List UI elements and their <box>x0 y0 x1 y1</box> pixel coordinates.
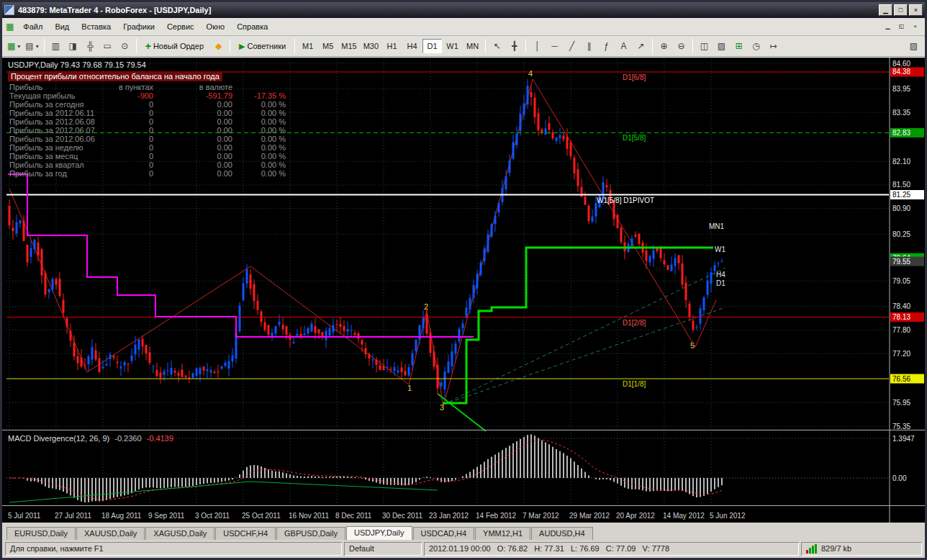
market-watch-button[interactable]: ▥ <box>48 38 64 54</box>
profit-row: Прибыль за сегодня00.000.00 % <box>8 100 287 109</box>
vertical-line-button[interactable]: │ <box>529 38 546 54</box>
channel-button[interactable]: ∥ <box>581 38 597 54</box>
timeframe-mn-button[interactable]: MN <box>463 39 482 53</box>
macd-value-signal: -0.4139 <box>147 434 173 443</box>
toolbar-separator <box>652 39 653 53</box>
timeframe-m5-button[interactable]: M5 <box>318 39 338 53</box>
trendline-button[interactable]: ╱ <box>564 38 580 54</box>
svg-text:1.3947: 1.3947 <box>892 435 915 443</box>
vertical-line-icon: │ <box>535 41 541 51</box>
menu-file[interactable]: Файл <box>17 20 48 33</box>
menu-window[interactable]: Окно <box>201 20 231 33</box>
zoom-out-button[interactable]: ⊖ <box>673 38 689 54</box>
menu-view[interactable]: Вид <box>49 20 75 33</box>
tab-audusd-h4[interactable]: AUDUSD,H4 <box>531 527 593 540</box>
timeframe-d1-button[interactable]: D1 <box>422 39 442 53</box>
toolbar-separator <box>692 39 693 53</box>
profiles-button[interactable]: ▤▾ <box>23 38 40 54</box>
menu-tools[interactable]: Сервис <box>161 20 200 33</box>
status-help: Для справки, нажмите F1 <box>5 542 342 556</box>
timeframe-h1-button[interactable]: H1 <box>382 39 402 53</box>
close-button[interactable]: × <box>909 4 923 16</box>
chart-window-icon[interactable]: ▦ <box>6 22 14 32</box>
indicators-button[interactable]: ⊞ <box>731 38 747 54</box>
new-order-button[interactable]: +Новый Ордер <box>140 38 209 54</box>
menu-help[interactable]: Справка <box>231 20 273 33</box>
timeframe-m1-button[interactable]: M1 <box>298 39 317 53</box>
cursor-button[interactable]: ↖ <box>489 38 505 54</box>
title-bar[interactable]: 483879: MetaTrader 4 - RoboForex - [USDJ… <box>2 2 925 18</box>
child-restore-button[interactable]: ◱ <box>895 22 908 32</box>
chart-shift-button[interactable]: ↦ <box>765 38 782 54</box>
timeframe-m15-button[interactable]: M15 <box>338 39 359 53</box>
traffic-counter: 829/7 kb <box>821 543 851 555</box>
tile-windows-button[interactable]: ◫ <box>696 38 713 54</box>
zoom-in-button[interactable]: ⊕ <box>656 38 672 54</box>
metaeditor-button[interactable]: ◆ <box>210 38 227 54</box>
crosshair-icon: ╋ <box>512 41 517 51</box>
svg-text:25 Oct 2011: 25 Oct 2011 <box>242 512 281 520</box>
child-minimize-button[interactable]: ▁ <box>882 22 894 32</box>
tab-ymm12-h1[interactable]: YMM12,H1 <box>475 527 530 540</box>
cascade-windows-button[interactable]: ▧ <box>713 38 730 54</box>
svg-text:81.25: 81.25 <box>892 191 910 199</box>
svg-text:84.38: 84.38 <box>892 68 910 76</box>
expert-advisors-button[interactable]: ▶Советники <box>233 38 291 54</box>
status-profile[interactable]: Default <box>344 542 422 556</box>
navigator-button[interactable]: ╬ <box>82 38 99 54</box>
app-icon <box>4 5 14 15</box>
menu-insert[interactable]: Вставка <box>76 20 117 33</box>
profit-table: Прибыльв пунктахв валюте Текущая прибыль… <box>8 83 287 178</box>
svg-text:D1[1/8]: D1[1/8] <box>623 380 646 388</box>
maximize-button[interactable]: □ <box>894 4 908 16</box>
data-window-button[interactable]: ◨ <box>65 38 81 54</box>
crosshair-button[interactable]: ╋ <box>506 38 523 54</box>
fibonacci-icon: ƒ <box>604 41 609 51</box>
tab-eurusd-daily[interactable]: EURUSD,Daily <box>6 527 76 540</box>
svg-text:D1[2/8]: D1[2/8] <box>623 319 646 327</box>
svg-text:3 Oct 2011: 3 Oct 2011 <box>195 512 230 520</box>
macd-value-main: -0.2360 <box>114 434 141 443</box>
child-close-button[interactable]: × <box>909 22 921 32</box>
svg-text:78.40: 78.40 <box>892 302 910 310</box>
zoom-in-icon: ⊕ <box>661 41 668 51</box>
fibonacci-button[interactable]: ƒ <box>598 38 615 54</box>
navigator-icon: ╬ <box>87 41 94 51</box>
new-chart-icon: ▦ <box>7 41 15 51</box>
cascade-windows-icon: ▧ <box>718 41 725 51</box>
svg-text:2: 2 <box>424 302 428 311</box>
terminal-button[interactable]: ▭ <box>99 38 116 54</box>
menu-charts[interactable]: Графики <box>117 20 160 33</box>
strategy-tester-icon: ⊙ <box>121 41 128 51</box>
tab-xauusd-daily[interactable]: XAUUSD,Daily <box>76 527 145 540</box>
svg-text:MN1: MN1 <box>709 222 725 230</box>
profit-table-header: Прибыльв пунктахв валюте <box>8 83 287 91</box>
chart-properties-button[interactable]: ▨ <box>905 38 922 54</box>
timeframe-w1-button[interactable]: W1 <box>443 39 462 53</box>
timeframe-h4-button[interactable]: H4 <box>402 39 422 53</box>
svg-text:14 May 2012: 14 May 2012 <box>663 512 705 520</box>
minimize-button[interactable]: ▁ <box>879 4 892 16</box>
strategy-tester-button[interactable]: ⊙ <box>117 38 133 54</box>
svg-text:D1[6/8]: D1[6/8] <box>623 73 646 81</box>
profit-row: Текущая прибыль-900-591.79-17.35 % <box>8 91 287 100</box>
svg-text:H4: H4 <box>716 271 725 279</box>
profit-row: Прибыль за год00.000.00 % <box>8 169 287 178</box>
market-watch-icon: ▥ <box>52 41 60 51</box>
horizontal-line-button[interactable]: ─ <box>546 38 563 54</box>
tab-usdchf-h4[interactable]: USDCHF,H4 <box>215 527 276 540</box>
svg-text:27 Jul 2011: 27 Jul 2011 <box>55 512 91 520</box>
tab-usdcad-h4[interactable]: USDCAD,H4 <box>413 527 475 540</box>
new-chart-button[interactable]: ▦▾ <box>5 38 22 54</box>
tab-usdjpy-daily[interactable]: USDJPY,Daily <box>346 526 412 540</box>
tab-xagusd-daily[interactable]: XAGUSD,Daily <box>145 527 214 540</box>
profit-header-points: в пунктах <box>107 83 155 91</box>
period-converter-button[interactable]: ◷ <box>748 38 764 54</box>
profit-row: Прибыль за 2012.06.1100.000.00 % <box>8 109 287 117</box>
svg-text:79.05: 79.05 <box>892 277 910 285</box>
text-label-button[interactable]: A <box>615 38 632 54</box>
timeframe-m30-button[interactable]: M30 <box>361 39 381 53</box>
profit-row: Прибыль за 2012.06.0800.000.00 % <box>8 117 287 126</box>
arrows-button[interactable]: ↗ <box>633 38 649 54</box>
tab-gbpusd-daily[interactable]: GBPUSD,Daily <box>276 527 345 540</box>
